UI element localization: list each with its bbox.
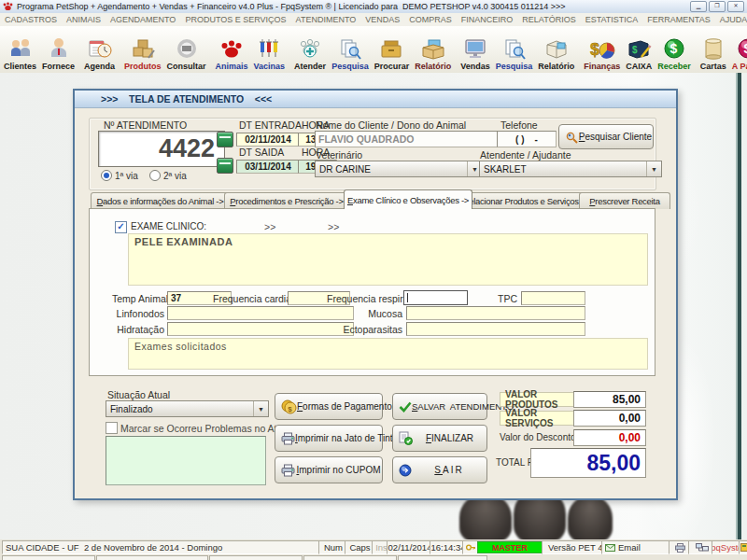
telefone-label: Telefone — [500, 119, 538, 131]
toolbar-a-pagar[interactable]: $ A Pagar — [729, 27, 747, 72]
status-versao: Versão PET 4.0 — [542, 540, 605, 554]
menu-agendamento[interactable]: AGENDAMENTO — [106, 15, 180, 24]
via2-radio[interactable]: 2ª via — [149, 170, 187, 181]
status-email[interactable]: Email — [601, 540, 672, 554]
problemas-checkbox[interactable] — [106, 422, 118, 434]
toolbar-vacinas[interactable]: Vacinas — [251, 27, 289, 72]
status-date: 02/11/2014 — [387, 540, 433, 554]
tpc-input[interactable] — [521, 291, 585, 305]
exame-clinico-checkbox[interactable]: ✓ — [115, 221, 127, 233]
svg-text:$: $ — [743, 41, 747, 56]
menu-produtos-servicos[interactable]: PRODUTOS E SERVIÇOS — [180, 15, 290, 24]
exames-solicitados-memo[interactable]: Exames solicitados — [128, 338, 648, 370]
toolbar-relatorio-atendimento[interactable]: Relatório — [412, 27, 454, 72]
search-person-icon — [565, 131, 578, 144]
window-titlebar: Programa PetShop + Agendamento + Vendas … — [0, 0, 747, 14]
ectoparasitas-label: Ectoparasitas — [336, 324, 402, 335]
situacao-select[interactable]: Finalizado ▼ — [106, 400, 269, 417]
toolbar-pesquisa-vendas[interactable]: Pesquisa — [493, 27, 536, 72]
dialog-title: >>> TELA DE ATENDIMENTO <<< — [75, 91, 676, 108]
menu-relatorios[interactable]: RELATÓRIOS — [517, 15, 580, 24]
desconto-value[interactable]: 0,00 — [573, 429, 646, 446]
toolbar-receber[interactable]: $ Receber — [655, 27, 694, 72]
printer-icon — [281, 432, 295, 445]
tab-prescrever-receita[interactable]: Prescrever Receita — [579, 192, 670, 209]
toolbar-pesquisa-atendimento[interactable]: Pesquisa — [329, 27, 372, 72]
menu-vendas[interactable]: VENDAS — [360, 15, 404, 24]
toolbar-atender[interactable]: Atender — [291, 27, 329, 72]
observacoes-memo[interactable]: PELE EXAMINADA — [128, 233, 648, 286]
envelope-icon — [605, 544, 615, 552]
menu-financeiro[interactable]: FINANCEIRO — [457, 15, 518, 24]
toolbar-agenda[interactable]: Agenda — [81, 27, 118, 72]
calendar-saida-button[interactable] — [217, 158, 233, 174]
network-icon — [696, 543, 709, 552]
monitor-icon — [462, 37, 488, 62]
tab-dados-animal[interactable]: Dados e informações do Animal -> — [91, 192, 230, 209]
chevron-2[interactable]: >> — [328, 221, 339, 232]
chevron-down-icon: ▼ — [467, 161, 478, 176]
finalizar-button[interactable]: FINALIZAR — [392, 425, 487, 452]
toolbar-vendas[interactable]: Vendas — [458, 27, 493, 72]
menu-estatistica[interactable]: ESTATISTICA — [581, 15, 643, 24]
boxes-icon — [130, 37, 156, 62]
chevron-1[interactable]: >> — [264, 221, 275, 232]
atendente-select[interactable]: SKARLET ▼ — [479, 161, 662, 177]
veterinario-select[interactable]: DR CARINE ▼ — [315, 161, 483, 177]
status-tray — [739, 540, 747, 554]
tab-relacionar-produtos[interactable]: Relacionar Produtos e Serviços -> — [467, 192, 585, 209]
toolbar-produtos[interactable]: Produtos — [121, 27, 164, 72]
mucosa-label: Mucosa — [345, 308, 402, 319]
toolbar-relatorio-vendas[interactable]: Relatório — [535, 27, 577, 72]
mucosa-input[interactable] — [406, 306, 585, 320]
menu-ferramentas[interactable]: FERRAMENTAS — [642, 15, 714, 24]
report-folder-icon — [543, 37, 570, 62]
freq-respirat-input[interactable] — [403, 290, 468, 305]
menu-atendimento[interactable]: ATENDIMENTO — [291, 15, 361, 24]
menu-cadastros[interactable]: CADASTROS — [0, 15, 62, 24]
toolbar-clientes[interactable]: Clientes — [1, 27, 39, 72]
tab-procedimentos[interactable]: Procedimentos e Prescrição -> — [224, 192, 349, 209]
atendente-label: Atendente / Ajudante — [480, 149, 571, 161]
toolbar-financas[interactable]: $ Finanças — [581, 27, 623, 72]
toolbar-cartas[interactable]: Cartas — [698, 27, 729, 72]
imprimir-jato-button[interactable]: Imprimir na Jato de Tinta — [275, 425, 383, 452]
problemas-memo[interactable] — [106, 436, 266, 485]
restore-button[interactable]: ❐ — [709, 1, 726, 12]
close-button[interactable]: ✕ — [727, 1, 744, 12]
toolbar-animais[interactable]: Animais — [213, 27, 251, 72]
tab-exame-clinico[interactable]: Exame Clínico e Observações -> — [344, 189, 472, 209]
toolbar-consultar[interactable]: Consultar — [164, 27, 209, 72]
toolbar: Clientes Fornece Agenda Produtos Consult… — [0, 26, 747, 74]
toolbar-procurar[interactable]: Procurar — [372, 27, 413, 72]
salvar-atendimento-button[interactable]: SALVAR ATENDIMENTO — [392, 393, 487, 420]
hidratacao-input[interactable] — [167, 322, 354, 336]
ectoparasitas-input[interactable] — [406, 322, 585, 336]
cliente-input[interactable]: FLAVIO QUADRADO — [315, 131, 498, 147]
linfonodos-label: Linfonodos — [112, 308, 164, 319]
drawer-icon — [378, 37, 404, 62]
formas-pagamento-button[interactable]: $ Formas de Pagamento — [275, 393, 383, 420]
dt-entrada-field[interactable]: 02/11/2014 — [236, 133, 300, 147]
linfonodos-input[interactable] — [167, 306, 354, 320]
calendar-entrada-button[interactable] — [217, 132, 233, 147]
imprimir-cupom-button[interactable]: Imprimir no CUPOM — [275, 456, 383, 483]
toolbar-caixa[interactable]: $ CAIXA — [623, 27, 655, 72]
attend-paw-cross-icon — [297, 37, 323, 62]
toolbar-fornece[interactable]: Fornece — [39, 27, 78, 72]
svg-text:$: $ — [590, 40, 599, 59]
menu-animais[interactable]: ANIMAIS — [62, 15, 106, 24]
statusbar-row2 — [0, 555, 747, 560]
dt-entrada-label: DT ENTRADA — [239, 119, 302, 131]
menu-ajuda[interactable]: AJUDA — [715, 15, 747, 24]
dt-saida-field[interactable]: 03/11/2014 — [236, 160, 300, 174]
telefone-input[interactable]: ( ) - — [497, 131, 557, 147]
minimize-button[interactable]: ▁ — [690, 1, 707, 12]
pesquisar-cliente-button[interactable]: Pesquisar Cliente — [558, 124, 654, 149]
menu-compras[interactable]: COMPRAS — [404, 15, 457, 24]
application-window: Programa PetShop + Agendamento + Vendas … — [0, 0, 747, 560]
valor-servicos-label: VALOR SERVIÇOS — [500, 411, 574, 426]
via1-radio[interactable]: 1ª via — [101, 170, 138, 181]
sair-button[interactable]: SAIR — [392, 456, 487, 483]
hidratacao-label: Hidratação — [112, 324, 164, 335]
